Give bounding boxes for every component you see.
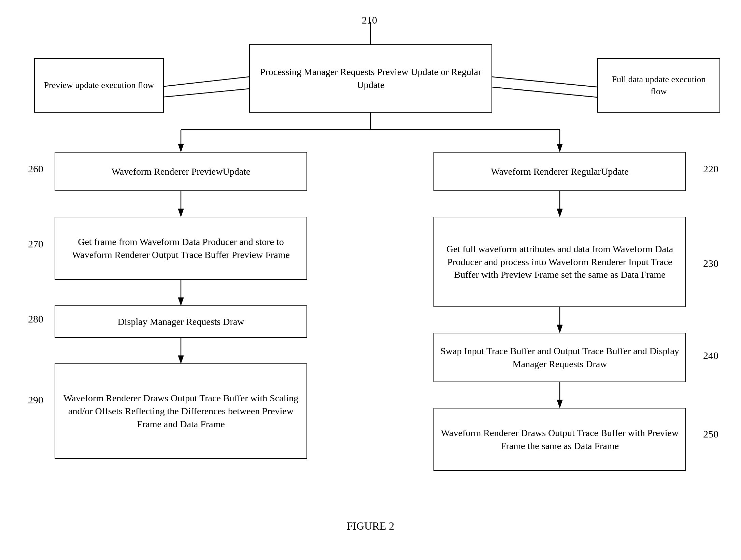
label-230: 230: [703, 258, 718, 269]
right-box-2: Get full waveform attributes and data fr…: [433, 217, 686, 307]
svg-line-23: [491, 87, 597, 97]
right-box-1: Waveform Renderer RegularUpdate: [433, 152, 686, 191]
svg-marker-19: [557, 400, 562, 408]
svg-marker-9: [178, 209, 184, 217]
label-290: 290: [28, 394, 43, 406]
label-220: 220: [703, 163, 718, 175]
svg-marker-7: [557, 144, 562, 152]
diagram-container: 210 Processing Manager Requests Preview …: [0, 0, 741, 539]
preview-label-box: Preview update execution flow: [34, 58, 164, 113]
left-box-3: Display Manager Requests Draw: [55, 305, 307, 338]
label-240: 240: [703, 350, 718, 361]
left-box-1: Waveform Renderer PreviewUpdate: [55, 152, 307, 191]
left-box-2: Get frame from Waveform Data Producer an…: [55, 217, 307, 280]
top-box: Processing Manager Requests Preview Upda…: [249, 44, 492, 113]
label-260: 260: [28, 163, 43, 175]
figure-caption: FIGURE 2: [0, 520, 741, 532]
label-280: 280: [28, 313, 43, 325]
svg-marker-3: [178, 144, 184, 152]
label-270: 270: [28, 238, 43, 250]
svg-line-22: [491, 77, 597, 87]
svg-marker-15: [557, 209, 562, 217]
label-250: 250: [703, 428, 718, 440]
full-label-box: Full data update execution flow: [597, 58, 720, 113]
left-box-4: Waveform Renderer Draws Output Trace Buf…: [55, 363, 307, 459]
svg-marker-17: [557, 325, 562, 333]
svg-marker-13: [178, 356, 184, 363]
svg-marker-11: [178, 298, 184, 305]
label-210: 210: [362, 14, 377, 26]
right-box-3: Swap Input Trace Buffer and Output Trace…: [433, 333, 686, 382]
right-box-4: Waveform Renderer Draws Output Trace Buf…: [433, 408, 686, 471]
